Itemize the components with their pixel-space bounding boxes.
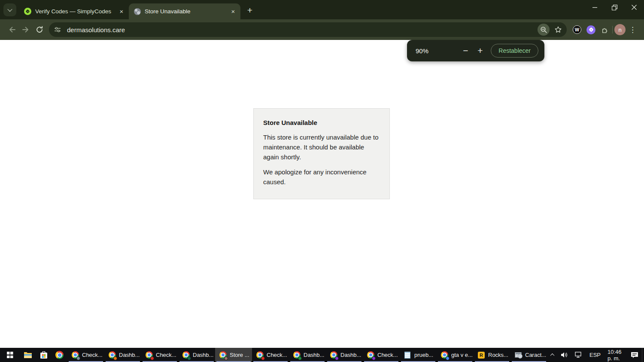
network-button[interactable] <box>571 348 586 362</box>
file-explorer-icon <box>24 351 32 359</box>
restore-button[interactable] <box>605 0 624 15</box>
taskbar-app[interactable]: Dashb... <box>104 348 141 362</box>
chevron-up-icon <box>550 353 555 358</box>
taskbar-app[interactable]: Dashb... <box>178 348 215 362</box>
taskbar-app-icon <box>182 351 190 359</box>
browser-tab-strip: Verify Codes — SimplyCodes × Store Unava… <box>0 0 644 19</box>
tab-search-button[interactable] <box>3 3 16 16</box>
microsoft-store-button[interactable] <box>36 348 52 362</box>
back-button[interactable] <box>5 23 19 37</box>
zoom-level-text: 90% <box>416 47 428 55</box>
url-text[interactable]: dermasolutions.care <box>67 26 538 33</box>
profile-badge <box>187 356 191 360</box>
chrome-pinned-button[interactable] <box>52 348 67 362</box>
taskbar-app-label: Check... <box>82 352 103 358</box>
bookmark-star-button[interactable] <box>552 24 564 36</box>
action-center-button[interactable] <box>627 348 642 362</box>
taskbar-app-icon <box>71 351 79 359</box>
reload-icon <box>35 25 44 34</box>
desktop-screen: Verify Codes — SimplyCodes × Store Unava… <box>0 0 644 362</box>
minimize-icon <box>592 5 597 10</box>
volume-button[interactable] <box>557 348 571 362</box>
puzzle-icon <box>601 26 609 34</box>
file-explorer-button[interactable] <box>20 348 36 362</box>
forward-button[interactable] <box>19 23 33 37</box>
start-button[interactable] <box>0 348 20 362</box>
profile-badge <box>372 356 376 360</box>
microsoft-store-icon <box>40 351 48 359</box>
taskbar-app[interactable]: Check... <box>252 348 289 362</box>
profile-avatar[interactable]: n <box>614 24 626 35</box>
profile-badge <box>76 356 80 360</box>
back-arrow-icon <box>8 25 16 34</box>
taskbar-open-apps: Check... Dashb... Check... Dashb... Stor <box>67 348 547 362</box>
reload-button[interactable] <box>33 23 46 37</box>
zoom-in-button[interactable]: + <box>473 43 487 58</box>
zoom-indicator-button[interactable] <box>538 24 550 36</box>
address-bar[interactable]: dermasolutions.care <box>49 22 567 37</box>
taskbar-app-icon <box>219 351 227 359</box>
browser-menu-button[interactable]: ⋮ <box>626 25 640 34</box>
profile-badge <box>298 356 302 360</box>
taskbar-app-icon <box>108 351 116 359</box>
site-info-button[interactable] <box>52 24 64 36</box>
notification-icon <box>631 352 638 359</box>
taskbar-app[interactable]: Store ... <box>215 348 252 362</box>
tab-close-button[interactable]: × <box>229 8 237 15</box>
taskbar-app-icon <box>145 351 153 359</box>
taskbar-app[interactable]: Check... <box>67 348 104 362</box>
taskbar-app-label: Dashb... <box>304 352 324 358</box>
taskbar-app-icon <box>514 351 522 359</box>
restore-icon <box>612 5 617 10</box>
tab-verify-codes[interactable]: Verify Codes — SimplyCodes × <box>19 3 129 19</box>
taskbar-app[interactable]: Rocks... <box>474 348 510 362</box>
extensions-area: W <box>573 25 609 34</box>
forward-arrow-icon <box>21 25 30 34</box>
globe-favicon-icon <box>134 8 141 15</box>
windows-logo-icon <box>7 352 13 358</box>
tab-title: Verify Codes — SimplyCodes <box>35 8 115 15</box>
zoom-reset-button[interactable]: Restablecer <box>491 44 538 58</box>
taskbar-app[interactable]: prueb... <box>400 348 437 362</box>
language-indicator[interactable]: ESP <box>586 348 604 362</box>
toolbar-divider <box>612 26 613 33</box>
taskbar-app-label: Caract... <box>525 352 546 358</box>
taskbar-app[interactable]: gta v e... <box>437 348 474 362</box>
tab-store-unavailable[interactable]: Store Unavailable × <box>129 3 240 19</box>
close-window-button[interactable] <box>624 0 644 15</box>
wappalyzer-extension-icon[interactable]: W <box>573 25 581 34</box>
taskbar-app-icon <box>440 351 448 359</box>
taskbar-app-label: Check... <box>267 352 287 358</box>
chevron-down-icon <box>7 7 12 12</box>
profile-badge <box>150 356 154 360</box>
taskbar-app-icon <box>330 351 337 359</box>
taskbar-app-label: gta v e... <box>451 352 473 358</box>
tune-icon <box>54 26 61 33</box>
store-unavailable-heading: Store Unavailable <box>263 119 380 126</box>
simplycodes-extension-icon[interactable] <box>586 25 595 34</box>
store-apology-message: We apologize for any inconvenience cause… <box>263 167 380 187</box>
new-tab-button[interactable]: + <box>244 4 256 16</box>
time-text: 10:46 p. m. <box>608 349 624 362</box>
show-desktop-button[interactable] <box>642 348 644 362</box>
zoom-popup: 90% − + Restablecer <box>407 40 544 61</box>
taskbar-app-icon <box>477 351 485 359</box>
store-unavailable-box: Store Unavailable This store is currentl… <box>253 108 390 199</box>
tab-close-button[interactable]: × <box>118 8 125 15</box>
extensions-menu-button[interactable] <box>601 26 609 34</box>
taskbar-app-label: prueb... <box>414 352 433 358</box>
taskbar-app[interactable]: Check... <box>141 348 178 362</box>
taskbar-app[interactable]: Check... <box>363 348 400 362</box>
tray-overflow-button[interactable] <box>547 348 557 362</box>
taskbar-app-icon <box>293 351 301 359</box>
clock[interactable]: 10:46 p. m. <box>604 348 627 362</box>
minimize-button[interactable] <box>585 0 605 15</box>
taskbar-app-label: Check... <box>156 352 176 358</box>
taskbar-app-icon <box>256 351 264 359</box>
taskbar-app[interactable]: Dashb... <box>289 348 326 362</box>
taskbar-app[interactable]: Dashb... <box>326 348 363 362</box>
taskbar-app-label: Check... <box>377 352 398 358</box>
zoom-out-button[interactable]: − <box>458 43 473 58</box>
taskbar-app[interactable]: Caract... <box>510 348 547 362</box>
taskbar-app-label: Dashb... <box>193 352 213 358</box>
